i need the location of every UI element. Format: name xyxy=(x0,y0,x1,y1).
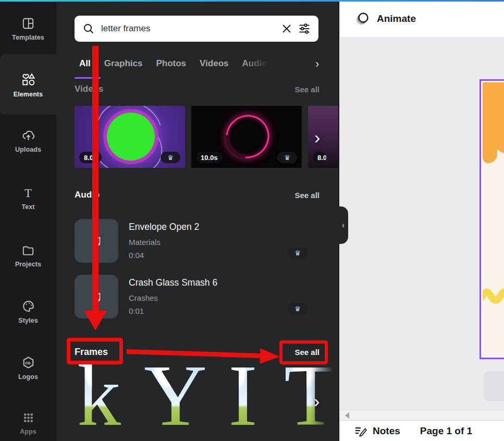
scroll-thumb[interactable] xyxy=(484,371,504,401)
audio-result-row[interactable]: ♫ Crash Glass Smash 6 Crashes 0:01 ♛ xyxy=(75,275,319,318)
music-note-icon: ♫ xyxy=(91,288,103,305)
frames-see-all-link[interactable]: See all xyxy=(294,348,319,357)
tab-photos[interactable]: Photos xyxy=(156,58,186,69)
letter-frames-row[interactable]: k k Y Y I I T T xyxy=(56,362,338,431)
active-tab-underline xyxy=(75,77,101,79)
elements-icon xyxy=(20,71,36,87)
crown-icon: ♛ xyxy=(294,305,301,312)
editor-toolbar: Animate xyxy=(340,0,504,38)
page-indicator[interactable]: Page 1 of 1 xyxy=(420,425,472,437)
frames-section-header: Frames See all xyxy=(75,347,319,358)
sidebar-item-templates[interactable]: Templates xyxy=(0,5,56,52)
audio-tile: ♫ xyxy=(75,219,118,263)
sidebar-rail: Templates Elements Uploads T Text xyxy=(0,0,56,441)
crown-icon: ♛ xyxy=(294,250,301,256)
sidebar-item-label: Projects xyxy=(15,261,41,268)
panel-collapse-handle[interactable]: ‹ xyxy=(338,206,348,244)
audio-category: Materials xyxy=(129,238,161,247)
audio-section-title: Audio xyxy=(75,190,100,200)
letter-frame-Y-cloud: Y xyxy=(144,362,207,431)
animate-label: Animate xyxy=(377,13,416,24)
result-type-tabs: All Graphics Photos Videos Audio xyxy=(79,58,267,69)
text-icon: T xyxy=(21,186,35,200)
music-note-icon: ♫ xyxy=(91,232,103,250)
svg-text:T: T xyxy=(24,186,32,199)
projects-icon xyxy=(21,243,35,257)
sidebar-item-elements[interactable]: Elements xyxy=(0,54,56,115)
sidebar-item-label: Apps xyxy=(20,428,36,435)
orange-blob-shape xyxy=(483,82,497,163)
svg-text:co.: co. xyxy=(25,360,31,365)
pro-crown-badge: ♛ xyxy=(287,247,308,259)
audio-result-row[interactable]: ♫ Envelope Open 2 Materials 0:04 ♛ xyxy=(75,219,319,263)
sidebar-item-label: Elements xyxy=(14,91,43,98)
audio-duration: 0:01 xyxy=(129,307,144,315)
search-input[interactable] xyxy=(101,23,275,34)
pro-crown-badge: ♛ xyxy=(161,152,180,163)
editor-canvas-area: Animate xyxy=(338,0,504,441)
sidebar-item-label: Templates xyxy=(12,34,44,41)
notes-button[interactable]: Notes xyxy=(354,424,400,438)
green-screen-circle xyxy=(107,113,155,161)
video-duration-badge: 10.0s xyxy=(196,152,223,163)
yellow-squiggle-shape xyxy=(483,282,504,309)
audio-section-header: Audio See all xyxy=(75,190,319,200)
design-page-selected[interactable] xyxy=(480,79,504,359)
video-result-thumbnail[interactable]: 10.0s ♛ xyxy=(191,106,302,168)
animate-icon xyxy=(354,10,371,27)
tab-graphics[interactable]: Graphics xyxy=(104,58,143,69)
tab-audio[interactable]: Audio xyxy=(242,58,267,69)
tabs-overflow-chevron-icon[interactable]: › xyxy=(315,57,319,71)
audio-title: Crash Glass Smash 6 xyxy=(129,277,217,288)
frames-section-title: Frames xyxy=(75,347,108,358)
search-filters-icon[interactable] xyxy=(298,22,311,35)
search-bar[interactable] xyxy=(75,16,318,42)
pro-crown-badge: ♛ xyxy=(277,152,297,163)
sidebar-item-uploads[interactable]: Uploads xyxy=(0,119,56,163)
tab-all[interactable]: All xyxy=(79,58,91,69)
apps-icon xyxy=(22,411,35,424)
canvas-footer-bar: Notes Page 1 of 1 xyxy=(340,420,504,441)
notes-label: Notes xyxy=(373,425,400,437)
horizontal-scrollbar[interactable] xyxy=(340,410,504,420)
letter-frame-I-cloud: I xyxy=(228,362,257,431)
audio-see-all-link[interactable]: See all xyxy=(294,191,319,200)
neon-ring-graphic xyxy=(217,106,278,167)
sidebar-item-label: Styles xyxy=(18,317,38,324)
letter-frame-k-cloud: k xyxy=(77,362,121,431)
clear-search-icon[interactable] xyxy=(281,23,292,34)
frames-scroll-right-chevron-icon[interactable]: › xyxy=(314,391,319,411)
scroll-left-arrow-icon[interactable] xyxy=(345,412,349,419)
videos-scroll-right-chevron-icon[interactable]: › xyxy=(314,128,320,146)
chevron-left-icon: ‹ xyxy=(342,220,345,230)
sidebar-item-projects[interactable]: Projects xyxy=(0,234,56,277)
crown-icon: ♛ xyxy=(167,154,174,161)
video-result-thumbnail-partial[interactable]: 8.0s xyxy=(308,106,338,168)
audio-duration: 0:04 xyxy=(129,251,144,260)
audio-category: Crashes xyxy=(129,293,158,302)
audio-title: Envelope Open 2 xyxy=(129,222,199,232)
video-duration-badge: 8.0s xyxy=(79,152,102,163)
canva-editor-window: Templates Elements Uploads T Text xyxy=(0,0,504,441)
sidebar-item-logos[interactable]: co. Logos xyxy=(0,346,56,390)
design-page-content xyxy=(483,82,504,356)
sidebar-item-apps[interactable]: Apps xyxy=(0,402,56,441)
videos-see-all-link[interactable]: See all xyxy=(294,85,319,94)
audio-tile: ♫ xyxy=(75,275,118,318)
sidebar-item-styles[interactable]: Styles xyxy=(0,290,56,334)
sidebar-item-label: Text xyxy=(21,203,34,211)
animate-button[interactable]: Animate xyxy=(349,8,421,29)
video-duration-badge: 8.0s xyxy=(313,152,326,163)
search-icon xyxy=(82,22,95,35)
tab-videos[interactable]: Videos xyxy=(200,58,228,69)
videos-section-title: Videos xyxy=(75,84,103,94)
crown-icon: ♛ xyxy=(284,154,290,161)
video-result-thumbnail[interactable]: 8.0s ♛ xyxy=(75,106,185,168)
window-accent-strip xyxy=(0,0,504,2)
sidebar-item-text[interactable]: T Text xyxy=(0,176,56,220)
sidebar-item-label: Logos xyxy=(18,373,38,381)
notes-icon xyxy=(354,424,367,438)
logos-icon: co. xyxy=(21,356,35,370)
sidebar-item-label: Uploads xyxy=(15,146,41,153)
styles-icon xyxy=(21,299,35,313)
